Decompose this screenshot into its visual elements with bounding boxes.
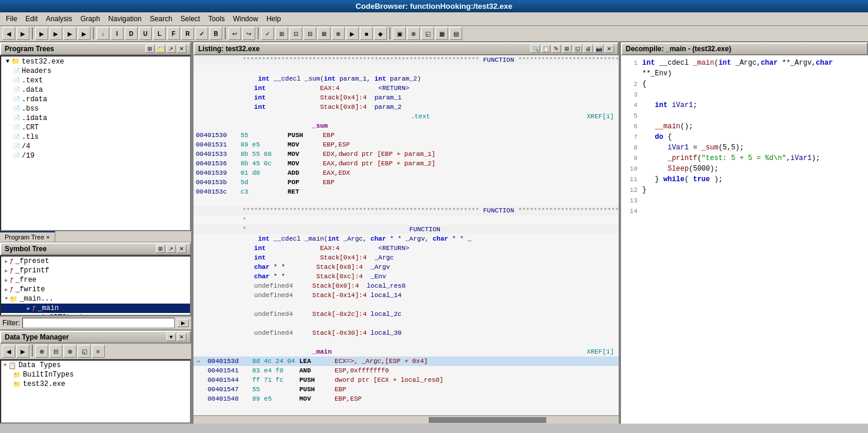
list-asm-4[interactable]: 00401536 8b 45 0c MOV EAX,dword ptr [EBP…: [193, 159, 619, 168]
decompile-content[interactable]: 1 int __cdecl _main(int _Argc,char **_Ar…: [621, 55, 868, 424]
symbol-tree-content[interactable]: ▶ ƒ _fpreset ▶ ƒ _fprintf ▶ ƒ _free ▶ ƒ: [0, 255, 191, 316]
sym-fprintf[interactable]: ▶ ƒ _fprintf: [1, 266, 190, 275]
listing-icon5[interactable]: ◱: [573, 45, 582, 53]
tb-btn5[interactable]: ↓: [96, 27, 109, 40]
tb-s10[interactable]: ⊗: [407, 27, 420, 40]
tb-s1[interactable]: ⊞: [275, 27, 288, 40]
tb-s4[interactable]: ⊠: [318, 27, 330, 40]
tb-s6[interactable]: ▶: [346, 27, 359, 40]
dtm-tb1[interactable]: ◀: [2, 345, 15, 358]
list-asm-7[interactable]: 0040153c c3 RET: [193, 187, 619, 196]
list-asm-2[interactable]: 00401531 89 e5 MOV EBP,ESP: [193, 140, 619, 149]
dtm-exe[interactable]: 📁 test32.exe: [1, 379, 190, 389]
listing-icon6[interactable]: 🖨: [583, 45, 593, 53]
pt-icon1[interactable]: ⊞: [145, 45, 155, 53]
tree-headers[interactable]: 📄 Headers: [1, 66, 190, 76]
tree-idata[interactable]: 📄 .idata: [1, 114, 190, 123]
tb-s13[interactable]: ▤: [449, 27, 462, 40]
dtm-content[interactable]: ▼ 📋 Data Types 📁 BuiltInTypes 📁 test32.e…: [0, 359, 191, 424]
filter-input[interactable]: [22, 318, 175, 328]
tree-tls[interactable]: 📄 .tls: [1, 132, 190, 142]
filter-btn[interactable]: ▶: [177, 319, 189, 327]
tb-btn9[interactable]: L: [153, 27, 166, 40]
dtm-close[interactable]: ✕: [177, 333, 186, 341]
tb-s11[interactable]: ◱: [421, 27, 434, 40]
tb-btn10[interactable]: F: [167, 27, 180, 40]
tb-s8[interactable]: ◆: [374, 27, 387, 40]
tb-btn11[interactable]: R: [181, 27, 194, 40]
pt-icon3[interactable]: ↗: [166, 45, 176, 53]
listing-content[interactable]: ****************************************…: [193, 55, 619, 415]
list-asm-1[interactable]: 00401530 55 PUSH EBP: [193, 131, 619, 140]
tree-root[interactable]: ▼ 📁 test32.exe: [1, 56, 190, 66]
listing-snapshot[interactable]: 📷: [594, 45, 603, 53]
tb-btn7[interactable]: D: [125, 27, 138, 40]
menu-file[interactable]: File: [2, 14, 21, 24]
tb-s9[interactable]: ▣: [393, 27, 406, 40]
tb-btn12[interactable]: ✓: [195, 27, 208, 40]
tb-btn6[interactable]: I: [111, 27, 123, 40]
tree-4[interactable]: 📄 /4: [1, 142, 190, 151]
tree-bss[interactable]: 📄 .bss: [1, 104, 190, 114]
menu-analysis[interactable]: Analysis: [42, 14, 76, 24]
list-main-asm-1[interactable]: → 0040153d 8d 4c 24 04 LEA ECX=>, _Argc,…: [193, 357, 619, 366]
pt-close[interactable]: ✕: [177, 45, 186, 53]
dtm-tb5[interactable]: ⊗: [64, 345, 76, 358]
list-main-asm-3[interactable]: 00401544 ff 71 fc PUSH dword ptr [ECX + …: [193, 375, 619, 385]
tree-data[interactable]: 📄 .data: [1, 85, 190, 95]
sym-fwrite[interactable]: ▶ ƒ _fwrite: [1, 285, 190, 294]
menu-edit[interactable]: Edit: [22, 14, 41, 24]
list-asm-5[interactable]: 00401539 01 d0 ADD EAX,EDX: [193, 168, 619, 178]
list-asm-6[interactable]: 0040153b 5d POP EBP: [193, 178, 619, 187]
tb-btn13[interactable]: B: [209, 27, 222, 40]
tb-s3[interactable]: ⊟: [303, 27, 316, 40]
listing-close[interactable]: ✕: [605, 45, 614, 53]
list-main-asm-4[interactable]: 00401547 55 PUSH EBP: [193, 385, 619, 394]
dtm-expand[interactable]: ▼: [166, 333, 176, 341]
menu-select[interactable]: Select: [177, 14, 203, 24]
tb-undo[interactable]: ↩: [228, 27, 241, 40]
sym-fpreset[interactable]: ▶ ƒ _fpreset: [1, 257, 190, 266]
menu-help[interactable]: Help: [263, 14, 285, 24]
tree-crt[interactable]: 📄 .CRT: [1, 123, 190, 132]
menu-navigation[interactable]: Navigation: [105, 14, 145, 24]
listing-icon1[interactable]: 🔍: [530, 45, 540, 53]
tree-rdata[interactable]: 📄 .rdata: [1, 95, 190, 104]
dtm-tb2[interactable]: ▶: [16, 345, 29, 358]
program-trees-content[interactable]: ▼ 📁 test32.exe 📄 Headers 📄 .text: [0, 55, 191, 231]
tb-back[interactable]: ◀: [2, 27, 15, 40]
tb-btn3[interactable]: ▶: [64, 27, 76, 40]
tb-s5[interactable]: ⊕: [332, 27, 345, 40]
dtm-tb7[interactable]: ≡: [92, 345, 105, 358]
tb-btn8[interactable]: U: [139, 27, 152, 40]
dtm-tb6[interactable]: ◱: [78, 345, 91, 358]
tb-btn1[interactable]: ▶: [35, 27, 48, 40]
listing-icon3[interactable]: ✎: [552, 45, 561, 53]
list-main-asm-2[interactable]: 00401541 83 e4 f0 AND ESP,0xfffffff0: [193, 366, 619, 375]
menu-graph[interactable]: Graph: [77, 14, 104, 24]
listing-icon4[interactable]: ⊞: [562, 45, 572, 53]
st-icon1[interactable]: ⊞: [156, 245, 165, 253]
tb-btn4[interactable]: ▶: [78, 27, 91, 40]
menu-tools[interactable]: Tools: [205, 14, 228, 24]
tb-btn2[interactable]: ▶: [49, 27, 62, 40]
tb-s2[interactable]: ⊡: [289, 27, 302, 40]
tb-s7[interactable]: ■: [360, 27, 373, 40]
pt-icon2[interactable]: 📁: [156, 45, 165, 53]
listing-scrollbar-h[interactable]: [193, 415, 619, 424]
dtm-root[interactable]: ▼ 📋 Data Types: [1, 361, 190, 370]
listing-icon2[interactable]: 📋: [541, 45, 550, 53]
tab-program-tree[interactable]: Program Tree ×: [0, 231, 55, 242]
st-close[interactable]: ✕: [177, 245, 186, 253]
tree-text[interactable]: 📄 .text: [1, 76, 190, 85]
sym-free[interactable]: ▶ ƒ _free: [1, 275, 190, 285]
dtm-builtin[interactable]: 📁 BuiltInTypes: [1, 370, 190, 379]
sym-main-folder[interactable]: ▼ 📁 _main...: [1, 294, 190, 304]
list-main-asm-5[interactable]: 00401548 89 e5 MOV EBP,ESP: [193, 394, 619, 404]
menu-search[interactable]: Search: [146, 14, 176, 24]
tb-fwd[interactable]: ▶: [16, 27, 29, 40]
tb-redo[interactable]: ↪: [242, 27, 255, 40]
dtm-tb3[interactable]: ⊕: [35, 345, 48, 358]
tb-s12[interactable]: ▦: [435, 27, 448, 40]
sym-main[interactable]: ▶ ƒ _main: [1, 304, 190, 313]
